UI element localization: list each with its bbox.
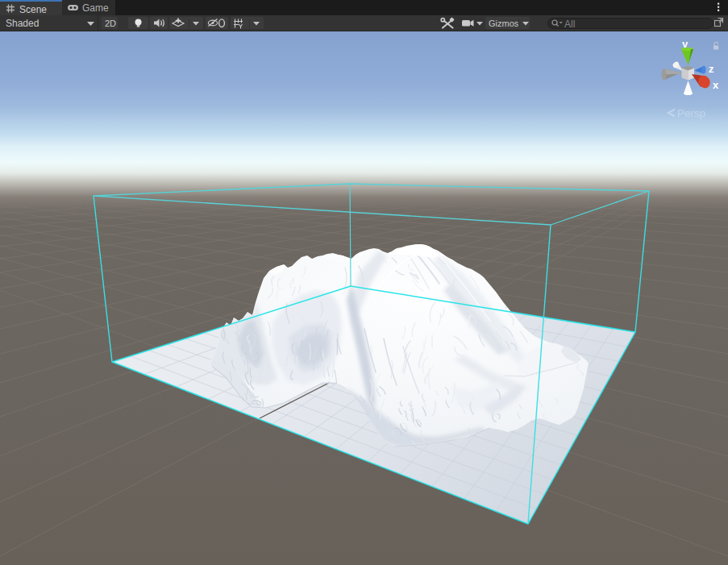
svg-text:x: x	[713, 79, 719, 91]
svg-text:Persp: Persp	[677, 107, 705, 119]
svg-text:z: z	[709, 63, 714, 75]
